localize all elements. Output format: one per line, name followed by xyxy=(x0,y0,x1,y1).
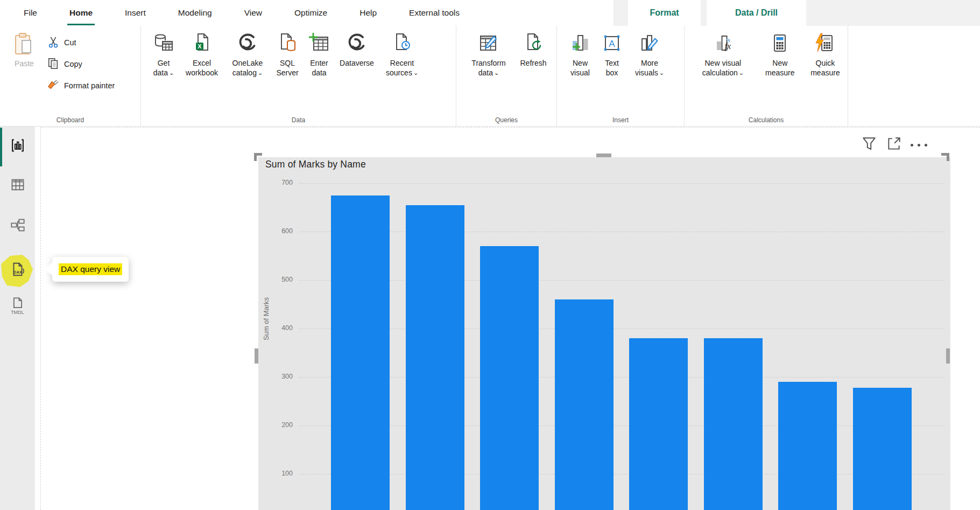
selection-handle-top-right[interactable] xyxy=(941,153,949,161)
selection-handle-right[interactable] xyxy=(946,348,950,364)
dataverse-swirl-icon xyxy=(346,32,368,59)
group-label-insert: Insert xyxy=(557,116,684,124)
paste-clipboard-icon xyxy=(12,31,37,59)
y-tick-label: 600 xyxy=(268,227,293,235)
sidebar-item-tmdl-view[interactable]: TMDL xyxy=(7,297,29,319)
tab-data-drill[interactable]: Data / Drill xyxy=(707,0,806,26)
selection-handle-top[interactable] xyxy=(596,153,611,157)
tab-optimize[interactable]: Optimize xyxy=(278,0,343,26)
gridline xyxy=(299,280,944,281)
refresh-button[interactable]: Refresh xyxy=(517,31,550,68)
gridline xyxy=(299,377,944,378)
tab-insert[interactable]: Insert xyxy=(109,0,162,26)
canvas-page-edge-left xyxy=(40,127,41,510)
onelake-catalog-button[interactable]: OneLake catalog⌄ xyxy=(225,31,270,78)
canvas-page-edge-top xyxy=(40,127,980,128)
file-clock-icon xyxy=(391,32,413,59)
new-measure-button[interactable]: New measure xyxy=(757,31,803,78)
more-visuals-button[interactable]: More visuals⌄ xyxy=(628,31,671,78)
tab-modeling[interactable]: Modeling xyxy=(162,0,228,26)
filter-icon[interactable] xyxy=(861,136,877,154)
ribbon-group-calculations: fx New visual calculation⌄ New measure Q… xyxy=(685,26,848,126)
bar[interactable] xyxy=(555,299,614,510)
sidebar-item-model-view[interactable] xyxy=(7,215,29,237)
text-box-button[interactable]: A Text box xyxy=(598,31,626,78)
recent-sources-button[interactable]: Recent sources⌄ xyxy=(380,31,424,78)
bar[interactable] xyxy=(331,195,390,510)
chevron-down-icon: ⌄ xyxy=(494,68,499,78)
group-label-data: Data xyxy=(141,116,456,124)
quick-measure-button[interactable]: Quick measure xyxy=(803,31,848,78)
selection-handle-left[interactable] xyxy=(255,348,258,364)
paste-label: Paste xyxy=(15,59,34,69)
bar[interactable] xyxy=(778,382,837,510)
calculator-lightning-icon xyxy=(814,32,836,59)
sql-server-icon xyxy=(277,32,298,59)
bar-fx-icon: fx xyxy=(712,32,734,59)
table-view-icon xyxy=(10,177,25,194)
chart-pencil-icon xyxy=(639,32,660,59)
tab-external-tools[interactable]: External tools xyxy=(393,0,476,26)
tab-help[interactable]: Help xyxy=(343,0,393,26)
enter-data-button[interactable]: Enter data xyxy=(305,31,334,78)
tmdl-view-icon: TMDL xyxy=(9,297,27,319)
tab-home[interactable]: Home xyxy=(53,0,109,26)
paste-button[interactable]: Paste xyxy=(9,31,40,69)
sidebar-item-dax-query-view[interactable]: DAX xyxy=(7,260,29,281)
model-view-icon xyxy=(10,218,25,235)
dataverse-button[interactable]: Dataverse xyxy=(335,31,378,68)
sidebar-item-report-view[interactable] xyxy=(7,136,29,157)
chevron-down-icon: ⌄ xyxy=(659,68,664,78)
copy-button[interactable]: Copy xyxy=(44,54,118,75)
group-label-queries: Queries xyxy=(456,116,556,124)
onelake-swirl-icon xyxy=(237,32,258,59)
chevron-down-icon: ⌄ xyxy=(739,68,744,78)
sidebar-item-table-view[interactable] xyxy=(7,175,29,197)
active-view-indicator xyxy=(0,128,2,166)
new-visual-calculation-button[interactable]: fx New visual calculation⌄ xyxy=(689,31,757,78)
more-options-icon[interactable] xyxy=(911,137,927,153)
gridline xyxy=(299,474,944,474)
y-tick-label: 700 xyxy=(268,179,293,186)
format-painter-button[interactable]: Format painter xyxy=(44,75,118,97)
sql-server-button[interactable]: SQL Server xyxy=(272,31,303,78)
new-visual-button[interactable]: New visual xyxy=(565,31,596,78)
y-tick-label: 300 xyxy=(268,373,293,380)
transform-data-button[interactable]: Transform data⌄ xyxy=(464,31,513,78)
tab-format[interactable]: Format xyxy=(628,0,701,26)
excel-workbook-button[interactable]: X Excel workbook xyxy=(180,31,223,78)
svg-text:A: A xyxy=(609,39,615,49)
database-table-icon xyxy=(153,32,174,59)
text-box-icon: A xyxy=(601,32,623,59)
plot-area: 700600500400300200100 xyxy=(258,157,950,510)
get-data-button[interactable]: Get data⌄ xyxy=(149,31,179,78)
ribbon-group-insert: New visual A Text box More visuals⌄ Inse… xyxy=(557,26,685,126)
gridline xyxy=(299,183,944,184)
bar[interactable] xyxy=(629,338,688,510)
svg-text:X: X xyxy=(198,43,202,50)
svg-text:fx: fx xyxy=(725,41,731,51)
table-pencil-icon xyxy=(478,32,499,59)
bar[interactable] xyxy=(406,205,464,510)
refresh-icon xyxy=(523,32,544,59)
bar[interactable] xyxy=(704,338,763,510)
y-tick-label: 200 xyxy=(268,421,293,429)
bar[interactable] xyxy=(480,246,539,510)
tab-view[interactable]: View xyxy=(228,0,278,26)
cut-button[interactable]: Cut xyxy=(44,32,118,54)
calculator-icon xyxy=(769,32,791,59)
focus-mode-icon[interactable] xyxy=(886,136,902,154)
group-label-clipboard: Clipboard xyxy=(0,116,140,124)
gridline xyxy=(299,232,944,232)
copy-pages-icon xyxy=(47,57,59,72)
ribbon-group-data: Get data⌄ X Excel workbook OneLake catal… xyxy=(141,26,456,126)
gridline xyxy=(299,425,944,426)
ribbon-group-clipboard: Paste Cut Copy Format painter xyxy=(0,26,141,126)
tab-file[interactable]: File xyxy=(8,0,53,26)
selection-handle-top-left[interactable] xyxy=(254,153,262,161)
bar[interactable] xyxy=(853,388,912,510)
group-label-calculations: Calculations xyxy=(685,116,848,124)
menu-bar: Format Data / Drill File Home Insert Mod… xyxy=(0,0,980,26)
bar-chart-visual[interactable]: Sum of Marks by Name Sum of Marks 700600… xyxy=(258,157,950,510)
excel-file-icon: X xyxy=(191,32,213,59)
